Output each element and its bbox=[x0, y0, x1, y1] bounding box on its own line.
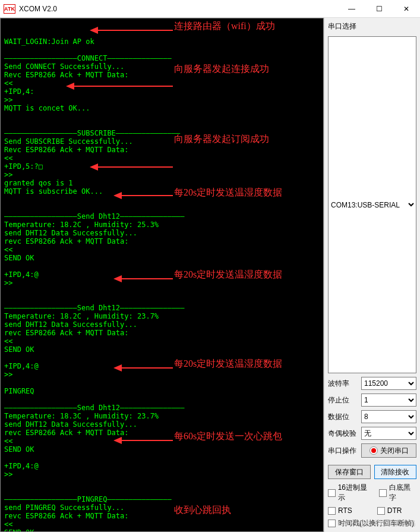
rts-label: RTS bbox=[338, 506, 352, 515]
annotation-wifi: 连接路由器（wifi）成功 bbox=[174, 22, 275, 30]
window-title: XCOM V2.0 bbox=[19, 5, 338, 13]
port-label: 串口选择 bbox=[328, 21, 416, 32]
app-icon: ATK bbox=[4, 4, 15, 14]
timestamp-checkbox[interactable] bbox=[328, 520, 336, 527]
baud-select[interactable]: 115200 bbox=[361, 377, 416, 390]
svg-marker-1 bbox=[90, 27, 98, 34]
dtr-checkbox[interactable] bbox=[377, 507, 385, 515]
watermark: CSDN @技术过硬的菜鸡 bbox=[338, 518, 415, 528]
close-button[interactable]: ✕ bbox=[393, 0, 420, 17]
dtr-label: DTR bbox=[387, 506, 402, 515]
port-select[interactable]: COM13:USB-SERIAL bbox=[328, 36, 416, 373]
hex-label: 16进制显示 bbox=[338, 483, 373, 503]
port-status-icon bbox=[370, 446, 378, 455]
port-toggle-button[interactable]: 关闭串口 bbox=[361, 443, 416, 458]
title-bar: ATK XCOM V2.0 — ☐ ✕ bbox=[0, 0, 420, 18]
port-toggle-label: 关闭串口 bbox=[380, 446, 409, 456]
terminal-text: WAIT_LOGIN:Join AP ok —————————————————C… bbox=[4, 37, 320, 532]
data-select[interactable]: 8 bbox=[361, 410, 416, 423]
op-label: 串口操作 bbox=[328, 446, 359, 456]
stop-label: 停止位 bbox=[328, 395, 359, 405]
terminal-output[interactable]: WAIT_LOGIN:Join AP ok —————————————————C… bbox=[0, 18, 324, 532]
baud-label: 波特率 bbox=[328, 379, 359, 389]
parity-label: 奇偶校验 bbox=[328, 429, 359, 439]
save-window-button[interactable]: 保存窗口 bbox=[328, 465, 371, 479]
stop-select[interactable]: 1 bbox=[361, 394, 416, 407]
clear-rx-button[interactable]: 清除接收 bbox=[374, 465, 417, 479]
bw-checkbox[interactable] bbox=[379, 489, 387, 497]
hex-checkbox[interactable] bbox=[328, 489, 336, 497]
data-label: 数据位 bbox=[328, 412, 359, 422]
parity-select[interactable]: 无 bbox=[361, 427, 416, 440]
maximize-button[interactable]: ☐ bbox=[365, 0, 393, 17]
rts-checkbox[interactable] bbox=[328, 507, 336, 515]
side-panel: 串口选择 COM13:USB-SERIAL 波特率 115200 停止位 1 数… bbox=[324, 18, 420, 532]
minimize-button[interactable]: — bbox=[338, 0, 365, 17]
bw-label: 白底黑字 bbox=[389, 483, 416, 503]
